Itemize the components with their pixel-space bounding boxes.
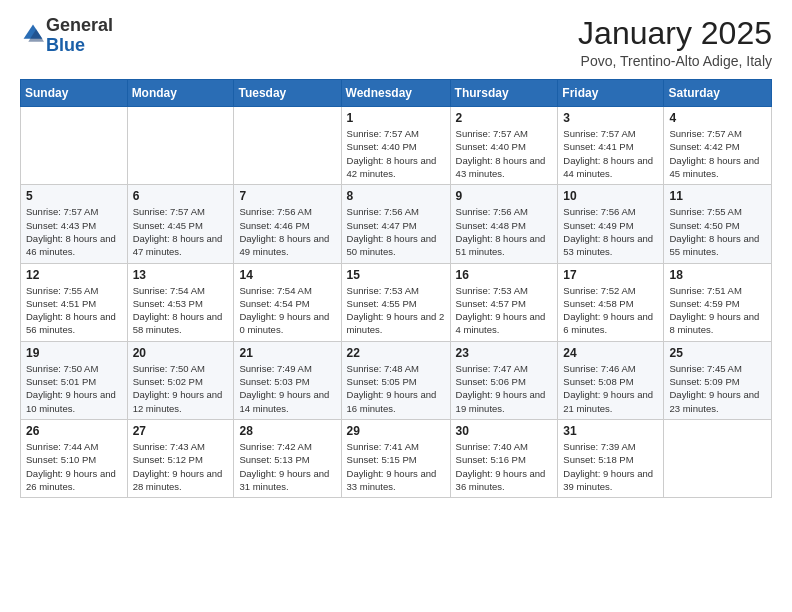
day-number: 18 — [669, 268, 766, 282]
calendar-cell: 22Sunrise: 7:48 AMSunset: 5:05 PMDayligh… — [341, 341, 450, 419]
day-info: Sunrise: 7:57 AMSunset: 4:42 PMDaylight:… — [669, 127, 766, 180]
day-number: 31 — [563, 424, 658, 438]
day-info: Sunrise: 7:49 AMSunset: 5:03 PMDaylight:… — [239, 362, 335, 415]
day-number: 30 — [456, 424, 553, 438]
calendar-cell: 25Sunrise: 7:45 AMSunset: 5:09 PMDayligh… — [664, 341, 772, 419]
day-info: Sunrise: 7:53 AMSunset: 4:57 PMDaylight:… — [456, 284, 553, 337]
calendar-cell: 3Sunrise: 7:57 AMSunset: 4:41 PMDaylight… — [558, 107, 664, 185]
calendar-cell: 16Sunrise: 7:53 AMSunset: 4:57 PMDayligh… — [450, 263, 558, 341]
day-info: Sunrise: 7:56 AMSunset: 4:49 PMDaylight:… — [563, 205, 658, 258]
calendar-cell: 14Sunrise: 7:54 AMSunset: 4:54 PMDayligh… — [234, 263, 341, 341]
day-info: Sunrise: 7:54 AMSunset: 4:54 PMDaylight:… — [239, 284, 335, 337]
day-number: 5 — [26, 189, 122, 203]
day-info: Sunrise: 7:55 AMSunset: 4:50 PMDaylight:… — [669, 205, 766, 258]
calendar-cell: 18Sunrise: 7:51 AMSunset: 4:59 PMDayligh… — [664, 263, 772, 341]
calendar-cell: 17Sunrise: 7:52 AMSunset: 4:58 PMDayligh… — [558, 263, 664, 341]
day-number: 21 — [239, 346, 335, 360]
calendar-cell: 29Sunrise: 7:41 AMSunset: 5:15 PMDayligh… — [341, 419, 450, 497]
day-info: Sunrise: 7:57 AMSunset: 4:40 PMDaylight:… — [347, 127, 445, 180]
calendar-cell: 26Sunrise: 7:44 AMSunset: 5:10 PMDayligh… — [21, 419, 128, 497]
calendar-cell: 7Sunrise: 7:56 AMSunset: 4:46 PMDaylight… — [234, 185, 341, 263]
day-info: Sunrise: 7:48 AMSunset: 5:05 PMDaylight:… — [347, 362, 445, 415]
day-number: 29 — [347, 424, 445, 438]
logo-blue-text: Blue — [46, 35, 85, 55]
day-number: 20 — [133, 346, 229, 360]
calendar-cell: 30Sunrise: 7:40 AMSunset: 5:16 PMDayligh… — [450, 419, 558, 497]
day-info: Sunrise: 7:45 AMSunset: 5:09 PMDaylight:… — [669, 362, 766, 415]
day-number: 19 — [26, 346, 122, 360]
day-number: 22 — [347, 346, 445, 360]
day-info: Sunrise: 7:52 AMSunset: 4:58 PMDaylight:… — [563, 284, 658, 337]
calendar-cell: 31Sunrise: 7:39 AMSunset: 5:18 PMDayligh… — [558, 419, 664, 497]
day-info: Sunrise: 7:54 AMSunset: 4:53 PMDaylight:… — [133, 284, 229, 337]
calendar-cell: 21Sunrise: 7:49 AMSunset: 5:03 PMDayligh… — [234, 341, 341, 419]
calendar-cell: 28Sunrise: 7:42 AMSunset: 5:13 PMDayligh… — [234, 419, 341, 497]
calendar-cell: 5Sunrise: 7:57 AMSunset: 4:43 PMDaylight… — [21, 185, 128, 263]
calendar-cell: 24Sunrise: 7:46 AMSunset: 5:08 PMDayligh… — [558, 341, 664, 419]
calendar-cell: 4Sunrise: 7:57 AMSunset: 4:42 PMDaylight… — [664, 107, 772, 185]
day-info: Sunrise: 7:51 AMSunset: 4:59 PMDaylight:… — [669, 284, 766, 337]
weekday-header: Tuesday — [234, 80, 341, 107]
day-number: 10 — [563, 189, 658, 203]
day-info: Sunrise: 7:53 AMSunset: 4:55 PMDaylight:… — [347, 284, 445, 337]
logo-icon — [22, 23, 44, 45]
day-number: 26 — [26, 424, 122, 438]
weekday-header: Wednesday — [341, 80, 450, 107]
day-info: Sunrise: 7:57 AMSunset: 4:45 PMDaylight:… — [133, 205, 229, 258]
day-info: Sunrise: 7:47 AMSunset: 5:06 PMDaylight:… — [456, 362, 553, 415]
calendar-header-row: SundayMondayTuesdayWednesdayThursdayFrid… — [21, 80, 772, 107]
day-number: 8 — [347, 189, 445, 203]
day-number: 25 — [669, 346, 766, 360]
day-number: 16 — [456, 268, 553, 282]
day-info: Sunrise: 7:55 AMSunset: 4:51 PMDaylight:… — [26, 284, 122, 337]
day-number: 6 — [133, 189, 229, 203]
calendar-week-row: 12Sunrise: 7:55 AMSunset: 4:51 PMDayligh… — [21, 263, 772, 341]
weekday-header: Monday — [127, 80, 234, 107]
day-number: 9 — [456, 189, 553, 203]
day-number: 23 — [456, 346, 553, 360]
day-info: Sunrise: 7:57 AMSunset: 4:40 PMDaylight:… — [456, 127, 553, 180]
day-info: Sunrise: 7:57 AMSunset: 4:43 PMDaylight:… — [26, 205, 122, 258]
day-info: Sunrise: 7:42 AMSunset: 5:13 PMDaylight:… — [239, 440, 335, 493]
day-number: 17 — [563, 268, 658, 282]
day-number: 4 — [669, 111, 766, 125]
day-info: Sunrise: 7:56 AMSunset: 4:47 PMDaylight:… — [347, 205, 445, 258]
logo: General Blue — [20, 16, 113, 56]
day-info: Sunrise: 7:50 AMSunset: 5:01 PMDaylight:… — [26, 362, 122, 415]
day-info: Sunrise: 7:56 AMSunset: 4:46 PMDaylight:… — [239, 205, 335, 258]
day-number: 2 — [456, 111, 553, 125]
weekday-header: Friday — [558, 80, 664, 107]
calendar-cell — [234, 107, 341, 185]
day-info: Sunrise: 7:39 AMSunset: 5:18 PMDaylight:… — [563, 440, 658, 493]
calendar-cell — [664, 419, 772, 497]
calendar-week-row: 19Sunrise: 7:50 AMSunset: 5:01 PMDayligh… — [21, 341, 772, 419]
day-info: Sunrise: 7:57 AMSunset: 4:41 PMDaylight:… — [563, 127, 658, 180]
day-number: 11 — [669, 189, 766, 203]
day-number: 27 — [133, 424, 229, 438]
calendar-cell: 12Sunrise: 7:55 AMSunset: 4:51 PMDayligh… — [21, 263, 128, 341]
title-block: January 2025 Povo, Trentino-Alto Adige, … — [578, 16, 772, 69]
calendar-cell: 19Sunrise: 7:50 AMSunset: 5:01 PMDayligh… — [21, 341, 128, 419]
day-number: 12 — [26, 268, 122, 282]
calendar-page: General Blue January 2025 Povo, Trentino… — [0, 0, 792, 514]
day-number: 7 — [239, 189, 335, 203]
calendar-cell: 11Sunrise: 7:55 AMSunset: 4:50 PMDayligh… — [664, 185, 772, 263]
calendar-week-row: 1Sunrise: 7:57 AMSunset: 4:40 PMDaylight… — [21, 107, 772, 185]
calendar-cell: 6Sunrise: 7:57 AMSunset: 4:45 PMDaylight… — [127, 185, 234, 263]
calendar-week-row: 5Sunrise: 7:57 AMSunset: 4:43 PMDaylight… — [21, 185, 772, 263]
calendar-cell: 8Sunrise: 7:56 AMSunset: 4:47 PMDaylight… — [341, 185, 450, 263]
logo-general-text: General — [46, 15, 113, 35]
day-number: 13 — [133, 268, 229, 282]
calendar-week-row: 26Sunrise: 7:44 AMSunset: 5:10 PMDayligh… — [21, 419, 772, 497]
day-number: 24 — [563, 346, 658, 360]
weekday-header: Sunday — [21, 80, 128, 107]
calendar-cell: 15Sunrise: 7:53 AMSunset: 4:55 PMDayligh… — [341, 263, 450, 341]
day-number: 15 — [347, 268, 445, 282]
calendar-cell: 23Sunrise: 7:47 AMSunset: 5:06 PMDayligh… — [450, 341, 558, 419]
day-number: 14 — [239, 268, 335, 282]
calendar-title: January 2025 — [578, 16, 772, 51]
calendar-subtitle: Povo, Trentino-Alto Adige, Italy — [578, 53, 772, 69]
day-number: 3 — [563, 111, 658, 125]
calendar-cell: 9Sunrise: 7:56 AMSunset: 4:48 PMDaylight… — [450, 185, 558, 263]
day-info: Sunrise: 7:50 AMSunset: 5:02 PMDaylight:… — [133, 362, 229, 415]
